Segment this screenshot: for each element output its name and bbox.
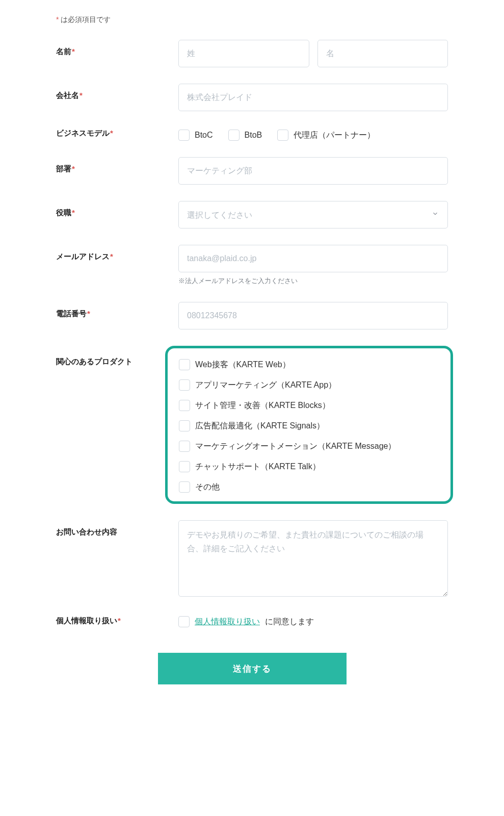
department-input[interactable] xyxy=(178,157,448,185)
label-text: 役職 xyxy=(56,208,71,217)
required-note-text: は必須項目です xyxy=(59,15,111,23)
checkbox-label: BtoC xyxy=(195,131,213,140)
phone-input[interactable] xyxy=(178,302,448,329)
checkbox-label: サイト管理・改善（KARTE Blocks） xyxy=(195,399,330,412)
checkbox-icon xyxy=(179,420,190,431)
label-name: 名前* xyxy=(56,40,178,57)
label-privacy: 個人情報取り扱い* xyxy=(56,615,178,626)
row-products: 関心のあるプロダクト Web接客（KARTE Web） アプリマーケティング（K… xyxy=(56,346,448,504)
submit-wrap: 送信する xyxy=(56,653,448,684)
asterisk-icon: * xyxy=(72,208,75,217)
asterisk-icon: * xyxy=(79,91,83,99)
email-input[interactable] xyxy=(178,245,448,272)
privacy-suffix: に同意します xyxy=(265,617,314,627)
checkbox-label: アプリマーケティング（KARTE App） xyxy=(195,379,336,391)
label-text: メールアドレス xyxy=(56,252,110,261)
label-email: メールアドレス* xyxy=(56,245,178,262)
asterisk-icon: * xyxy=(87,309,90,318)
asterisk-icon: * xyxy=(110,129,113,137)
inquiry-textarea[interactable] xyxy=(178,520,448,597)
checkbox-label: 代理店（パートナー） xyxy=(294,130,375,141)
checkbox-icon xyxy=(179,461,190,472)
checkbox-product-blocks[interactable]: サイト管理・改善（KARTE Blocks） xyxy=(179,399,439,412)
checkbox-icon xyxy=(277,130,288,141)
checkbox-btoc[interactable]: BtoC xyxy=(178,130,213,141)
row-position: 役職* 選択してください xyxy=(56,201,448,228)
checkbox-icon xyxy=(178,130,190,141)
checkbox-product-app[interactable]: アプリマーケティング（KARTE App） xyxy=(179,379,439,391)
label-text: 名前 xyxy=(56,47,71,56)
label-business-model: ビジネスモデル* xyxy=(56,128,178,138)
asterisk-icon: * xyxy=(72,164,75,173)
submit-button[interactable]: 送信する xyxy=(158,653,347,684)
privacy-checkbox[interactable] xyxy=(178,616,190,627)
checkbox-partner[interactable]: 代理店（パートナー） xyxy=(277,130,375,141)
last-name-input[interactable] xyxy=(178,40,309,67)
label-text: 個人情報取り扱い xyxy=(56,616,117,625)
asterisk-icon: * xyxy=(72,47,75,56)
checkbox-label: その他 xyxy=(195,481,220,493)
required-note: * は必須項目です xyxy=(56,15,448,24)
checkbox-product-talk[interactable]: チャットサポート（KARTE Talk） xyxy=(179,461,439,473)
label-text: 電話番号 xyxy=(56,309,87,318)
checkbox-btob[interactable]: BtoB xyxy=(228,130,262,141)
label-phone: 電話番号* xyxy=(56,302,178,319)
position-select[interactable]: 選択してください xyxy=(178,201,448,228)
checkbox-icon xyxy=(179,481,190,493)
checkbox-icon xyxy=(179,400,190,411)
label-inquiry: お問い合わせ内容 xyxy=(56,520,178,537)
checkbox-label: 広告配信最適化（KARTE Signals） xyxy=(195,420,325,432)
first-name-input[interactable] xyxy=(317,40,448,67)
checkbox-icon xyxy=(228,130,240,141)
row-privacy: 個人情報取り扱い* 個人情報取り扱い に同意します xyxy=(56,615,448,627)
checkbox-product-web[interactable]: Web接客（KARTE Web） xyxy=(179,359,439,371)
label-text: 会社名 xyxy=(56,91,79,99)
row-company: 会社名* xyxy=(56,84,448,111)
row-name: 名前* xyxy=(56,40,448,67)
checkbox-icon xyxy=(179,441,190,452)
company-input[interactable] xyxy=(178,84,448,111)
checkbox-label: チャットサポート（KARTE Talk） xyxy=(195,461,321,473)
label-text: 部署 xyxy=(56,164,71,173)
row-department: 部署* xyxy=(56,157,448,185)
asterisk-icon: * xyxy=(118,616,121,625)
checkbox-label: Web接客（KARTE Web） xyxy=(195,359,290,371)
checkbox-product-message[interactable]: マーケティングオートメーション（KARTE Message） xyxy=(179,440,439,452)
checkbox-label: マーケティングオートメーション（KARTE Message） xyxy=(195,440,396,452)
email-hint: ※法人メールアドレスをご入力ください xyxy=(178,276,448,286)
checkbox-product-other[interactable]: その他 xyxy=(179,481,439,493)
row-email: メールアドレス* ※法人メールアドレスをご入力ください xyxy=(56,245,448,286)
label-text: ビジネスモデル xyxy=(56,129,110,137)
asterisk-icon: * xyxy=(110,252,113,261)
row-phone: 電話番号* xyxy=(56,302,448,329)
checkbox-label: BtoB xyxy=(245,131,262,140)
label-text: 関心のあるプロダクト xyxy=(56,357,132,366)
checkbox-product-signals[interactable]: 広告配信最適化（KARTE Signals） xyxy=(179,420,439,432)
products-highlight-box: Web接客（KARTE Web） アプリマーケティング（KARTE App） サ… xyxy=(165,346,453,504)
label-products: 関心のあるプロダクト xyxy=(56,346,178,367)
label-position: 役職* xyxy=(56,201,178,218)
label-text: お問い合わせ内容 xyxy=(56,527,117,536)
privacy-link[interactable]: 個人情報取り扱い xyxy=(195,617,260,627)
checkbox-icon xyxy=(179,359,190,370)
row-business-model: ビジネスモデル* BtoC BtoB 代理店（パートナー） xyxy=(56,128,448,141)
row-inquiry: お問い合わせ内容 xyxy=(56,520,448,599)
checkbox-icon xyxy=(179,379,190,391)
label-company: 会社名* xyxy=(56,84,178,100)
label-department: 部署* xyxy=(56,157,178,174)
